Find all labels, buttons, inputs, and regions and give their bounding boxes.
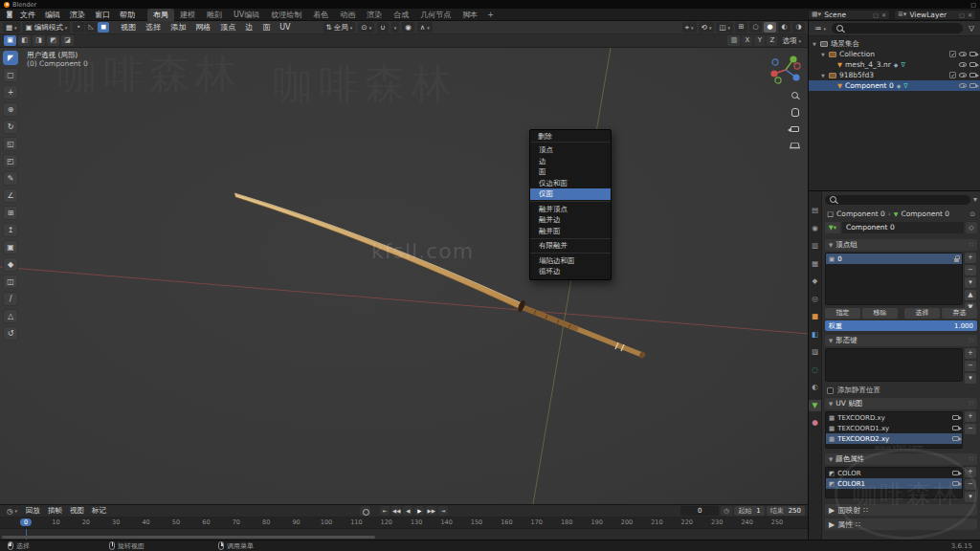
pin-icon[interactable]: ⊙ <box>969 210 975 218</box>
disable-render-icon[interactable] <box>969 73 976 77</box>
expander-icon[interactable]: ▼ <box>820 52 826 57</box>
viewport-menu[interactable]: 添加 <box>166 21 190 34</box>
play-reverse-button[interactable]: ◀ <box>403 506 412 516</box>
properties-tab-modifiers[interactable]: ◧ <box>809 329 821 341</box>
weight-slider[interactable]: 权重 1.000 <box>825 320 977 331</box>
vertex-groups-panel-header[interactable]: ▼ 顶点组 ∷ <box>825 239 977 251</box>
timeline-menu[interactable]: 标记 <box>88 506 110 516</box>
breadcrumb-object[interactable]: Component 0 <box>836 209 885 218</box>
properties-tab-world[interactable]: ◎ <box>809 294 821 305</box>
jump-to-end-button[interactable]: ⇥ <box>438 506 448 516</box>
properties-tab-tool[interactable]: ▤ <box>809 205 821 216</box>
properties-tab-constraints[interactable]: ◐ <box>809 382 821 393</box>
shading-rendered-icon[interactable]: ◑ <box>792 22 805 33</box>
navigation-gizmo[interactable] <box>768 52 804 88</box>
properties-tab-view-layer[interactable]: ▦ <box>809 258 821 270</box>
edge-select-icon[interactable]: ◺ <box>85 22 97 33</box>
menubar-item[interactable]: 帮助 <box>115 9 140 21</box>
gizmo-x-axis[interactable] <box>770 70 777 77</box>
workspace-tab[interactable]: 纹理绘制 <box>265 9 307 21</box>
mesh-name-field[interactable]: Component 0 <box>842 222 964 233</box>
uv-map-row[interactable]: ▦TEXCOORD1.xy <box>826 423 962 433</box>
viewport-menu[interactable]: 顶点 <box>215 21 240 34</box>
lock-icon[interactable] <box>954 258 959 262</box>
properties-options-icon[interactable]: ▾ <box>973 195 977 204</box>
tool-move[interactable]: ⊕ <box>3 102 18 117</box>
viewport-menu[interactable]: 选择 <box>141 21 166 34</box>
remove-view-layer-icon[interactable]: ✕ <box>968 11 972 18</box>
tool-inset-faces[interactable]: ▣ <box>3 240 18 254</box>
properties-tab-object[interactable]: ■ <box>809 311 821 322</box>
panel-menu-icon[interactable]: ∷ <box>969 400 973 408</box>
menu-item[interactable]: 顶点 <box>530 144 611 156</box>
tool-extrude-region[interactable]: ↥ <box>3 223 18 237</box>
remove-button[interactable]: 移除 <box>862 308 898 319</box>
breadcrumb-data[interactable]: Component 0 <box>901 209 949 218</box>
workspace-tab[interactable]: 脚本 <box>457 9 483 21</box>
next-keyframe-button[interactable]: ▶▶ <box>426 506 435 516</box>
hide-viewport-icon[interactable] <box>959 62 967 67</box>
tool-mode-intersect-icon[interactable]: ◪ <box>61 35 74 46</box>
browse-mesh-icon[interactable]: ▼▾ <box>825 222 840 233</box>
outliner-row[interactable]: ▼918b5fd3 <box>809 70 980 80</box>
active-render-icon[interactable] <box>952 436 959 441</box>
uv-maps-panel-header[interactable]: ▼ UV 贴图 ∷ <box>825 398 977 409</box>
tool-select-box[interactable]: ▢ <box>3 68 18 82</box>
zoom-icon[interactable] <box>791 92 798 99</box>
exclude-checkbox[interactable] <box>949 51 956 57</box>
scene-selector[interactable]: ▦▾ Scene ▢ ✕ <box>808 10 890 20</box>
menu-item[interactable]: 有限融并 <box>530 240 611 252</box>
menubar-item[interactable]: 窗口 <box>90 9 115 21</box>
camera-view-icon[interactable] <box>791 126 799 132</box>
shape-keys-panel-header[interactable]: ▼ 形态键 ∷ <box>825 335 977 346</box>
tool-poly-build[interactable]: △ <box>3 309 18 323</box>
app-menu-icon[interactable]: ◙ <box>4 11 15 18</box>
menu-item[interactable]: 边 <box>530 156 611 167</box>
workspace-tab[interactable]: UV编辑 <box>228 9 265 21</box>
outliner-search[interactable] <box>832 23 963 33</box>
proportional-falloff-dropdown[interactable]: ∧▾ <box>417 22 433 33</box>
move-view-icon[interactable] <box>791 108 799 117</box>
workspace-tab[interactable]: 雕刻 <box>201 9 228 21</box>
panel-menu-icon[interactable]: ∷ <box>856 520 860 529</box>
shading-solid-icon[interactable]: ● <box>764 22 776 33</box>
deselect-button[interactable]: 弃选 <box>942 308 977 319</box>
gizmos-dropdown[interactable]: ⟲▾ <box>699 22 715 33</box>
tool-mode-new-icon[interactable]: ▣ <box>4 35 16 46</box>
tool-mode-subtract-icon[interactable]: ◨ <box>33 35 45 46</box>
outliner-row[interactable]: ▼mesh_4_3.nr◆∇ <box>809 59 980 70</box>
panel-menu-icon[interactable]: ∷ <box>969 337 973 344</box>
menu-item[interactable]: 融并面 <box>530 226 611 237</box>
vertex-select-icon[interactable]: ∙ <box>73 22 84 33</box>
outliner-row[interactable]: ▼场景集合 <box>809 38 980 49</box>
menu-item[interactable]: 仅面 <box>530 188 611 200</box>
remove-uv-map-button[interactable]: − <box>965 424 976 434</box>
remove-vertex-group-button[interactable]: − <box>965 265 976 276</box>
remove-shape-key-button[interactable]: − <box>965 361 976 371</box>
panel-menu-icon[interactable]: ∷ <box>863 506 868 515</box>
tool-rotate[interactable]: ↻ <box>3 120 18 134</box>
prev-keyframe-button[interactable]: ◀◀ <box>391 506 401 516</box>
xray-toggle-icon[interactable]: ⊞ <box>735 22 747 33</box>
viewport-menu[interactable]: 网格 <box>190 21 215 34</box>
tool-bevel[interactable]: ◆ <box>3 257 18 272</box>
new-scene-icon[interactable]: ▢ <box>873 11 879 18</box>
frame-end-field[interactable]: 结束250 <box>767 506 805 516</box>
color-attribute-row[interactable]: ◩COLOR1 <box>826 478 962 489</box>
color-attribute-row[interactable]: ◩COLOR <box>826 468 962 478</box>
view-layer-selector[interactable]: ≣▾ ViewLayer ▢ ✕ <box>894 10 976 20</box>
viewport-menu[interactable]: 视图 <box>116 21 141 34</box>
add-vertex-group-button[interactable]: + <box>965 253 976 263</box>
tool-tweak[interactable]: ◤ <box>3 51 18 65</box>
workspace-tab[interactable]: 着色 <box>307 9 334 21</box>
tool-cursor[interactable]: + <box>3 85 18 99</box>
timeline-ruler[interactable]: 0102030405060708090100110120130140150160… <box>0 518 808 529</box>
outliner-editor-type-icon[interactable]: ≔▾ <box>812 23 829 33</box>
shading-material-icon[interactable]: ◐ <box>778 22 791 33</box>
workspace-tab[interactable]: 渲染 <box>361 9 388 21</box>
menu-item[interactable]: 仅边和面 <box>530 178 611 189</box>
tool-measure[interactable]: ∠ <box>3 188 18 203</box>
menu-item[interactable]: 循环边 <box>530 266 611 277</box>
menu-item[interactable]: 面 <box>530 166 611 178</box>
attributes-panel-header[interactable]: ▶ 属性 ∷ <box>825 518 977 530</box>
